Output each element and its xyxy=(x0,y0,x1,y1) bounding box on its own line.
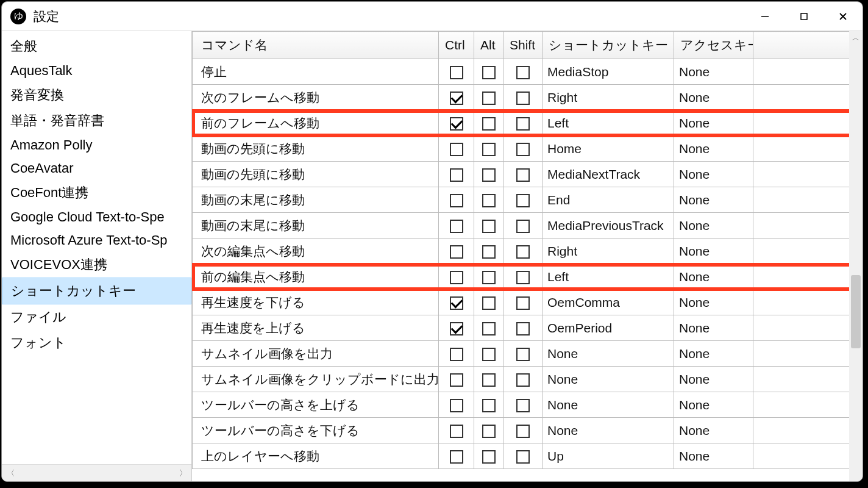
cell-command[interactable]: 前の編集点へ移動 xyxy=(193,264,439,290)
cell-shortcut[interactable]: None xyxy=(542,341,674,367)
cell-shift[interactable] xyxy=(503,59,542,85)
col-header-shortcut[interactable]: ショートカットキー xyxy=(542,32,674,59)
table-row[interactable]: 再生速度を上げるOemPeriodNone xyxy=(193,315,863,341)
cell-ctrl[interactable] xyxy=(439,367,474,392)
cell-shortcut[interactable]: None xyxy=(542,392,674,418)
cell-shortcut[interactable]: MediaStop xyxy=(542,59,674,85)
col-header-ctrl[interactable]: Ctrl xyxy=(439,32,474,59)
cell-command[interactable]: 停止 xyxy=(193,59,439,85)
alt-checkbox[interactable] xyxy=(482,399,496,412)
maximize-button[interactable] xyxy=(784,2,824,31)
alt-checkbox[interactable] xyxy=(482,322,496,336)
ctrl-checkbox[interactable] xyxy=(450,194,463,207)
cell-alt[interactable] xyxy=(474,213,503,239)
shift-checkbox[interactable] xyxy=(516,168,530,182)
sidebar-item[interactable]: AquesTalk xyxy=(2,59,191,82)
cell-ctrl[interactable] xyxy=(439,162,474,187)
cell-access[interactable]: None xyxy=(674,290,753,315)
table-row[interactable]: サムネイル画像をクリップボードに出力NoneNone xyxy=(193,367,863,392)
shift-checkbox[interactable] xyxy=(516,220,530,233)
sidebar-item[interactable]: 全般 xyxy=(2,34,191,59)
col-header-command[interactable]: コマンド名 xyxy=(193,32,439,59)
cell-ctrl[interactable] xyxy=(439,443,474,469)
cell-shift[interactable] xyxy=(503,418,542,443)
cell-ctrl[interactable] xyxy=(439,187,474,213)
vertical-scrollbar[interactable]: ︿ xyxy=(849,31,863,481)
cell-shortcut[interactable]: Right xyxy=(542,239,674,264)
cell-shift[interactable] xyxy=(503,367,542,392)
col-header-access[interactable]: アクセスキー xyxy=(674,32,753,59)
cell-command[interactable]: 動画の先頭に移動 xyxy=(193,136,439,162)
cell-alt[interactable] xyxy=(474,315,503,341)
cell-ctrl[interactable] xyxy=(439,315,474,341)
sidebar-item[interactable]: Microsoft Azure Text-to-Sp xyxy=(2,229,191,252)
cell-ctrl[interactable] xyxy=(439,290,474,315)
cell-command[interactable]: 前のフレームへ移動 xyxy=(193,110,439,136)
cell-ctrl[interactable] xyxy=(439,418,474,443)
alt-checkbox[interactable] xyxy=(482,220,496,233)
alt-checkbox[interactable] xyxy=(482,143,496,156)
cell-command[interactable]: サムネイル画像をクリップボードに出力 xyxy=(193,367,439,392)
sidebar-item[interactable]: Amazon Polly xyxy=(2,134,191,157)
cell-access[interactable]: None xyxy=(674,367,753,392)
cell-alt[interactable] xyxy=(474,341,503,367)
alt-checkbox[interactable] xyxy=(482,271,496,284)
table-row[interactable]: 動画の先頭に移動HomeNone xyxy=(193,136,863,162)
cell-shortcut[interactable]: MediaNextTrack xyxy=(542,162,674,187)
sidebar-item[interactable]: ファイル xyxy=(2,304,191,330)
cell-command[interactable]: 動画の末尾に移動 xyxy=(193,213,439,239)
cell-access[interactable]: None xyxy=(674,341,753,367)
alt-checkbox[interactable] xyxy=(482,66,496,79)
table-row[interactable]: 動画の末尾に移動MediaPreviousTrackNone xyxy=(193,213,863,239)
ctrl-checkbox[interactable] xyxy=(450,296,463,310)
ctrl-checkbox[interactable] xyxy=(450,425,463,438)
cell-shift[interactable] xyxy=(503,136,542,162)
cell-shortcut[interactable]: Home xyxy=(542,136,674,162)
cell-ctrl[interactable] xyxy=(439,341,474,367)
cell-shift[interactable] xyxy=(503,443,542,469)
sidebar-item[interactable]: ショートカットキー xyxy=(2,278,191,304)
ctrl-checkbox[interactable] xyxy=(450,450,463,464)
cell-alt[interactable] xyxy=(474,443,503,469)
table-row[interactable]: 停止MediaStopNone xyxy=(193,59,863,85)
col-header-shift[interactable]: Shift xyxy=(503,32,542,59)
shift-checkbox[interactable] xyxy=(516,245,530,259)
sidebar-item[interactable]: CoeFont連携 xyxy=(2,180,191,206)
cell-command[interactable]: 動画の先頭に移動 xyxy=(193,162,439,187)
shift-checkbox[interactable] xyxy=(516,143,530,156)
table-row[interactable]: サムネイル画像を出力NoneNone xyxy=(193,341,863,367)
cell-access[interactable]: None xyxy=(674,213,753,239)
sidebar-item[interactable]: フォント xyxy=(2,330,191,356)
cell-shortcut[interactable]: Right xyxy=(542,85,674,110)
sidebar-item[interactable]: VOICEVOX連携 xyxy=(2,252,191,278)
shift-checkbox[interactable] xyxy=(516,117,530,131)
table-row[interactable]: 動画の末尾に移動EndNone xyxy=(193,187,863,213)
cell-shift[interactable] xyxy=(503,290,542,315)
cell-shortcut[interactable]: MediaPreviousTrack xyxy=(542,213,674,239)
cell-ctrl[interactable] xyxy=(439,136,474,162)
cell-ctrl[interactable] xyxy=(439,264,474,290)
cell-access[interactable]: None xyxy=(674,162,753,187)
ctrl-checkbox[interactable] xyxy=(450,168,463,182)
shift-checkbox[interactable] xyxy=(516,271,530,284)
cell-access[interactable]: None xyxy=(674,85,753,110)
cell-shortcut[interactable]: Left xyxy=(542,110,674,136)
cell-alt[interactable] xyxy=(474,110,503,136)
cell-alt[interactable] xyxy=(474,392,503,418)
close-button[interactable] xyxy=(824,2,863,31)
shift-checkbox[interactable] xyxy=(516,296,530,310)
alt-checkbox[interactable] xyxy=(482,425,496,438)
ctrl-checkbox[interactable] xyxy=(450,143,463,156)
scrollbar-thumb[interactable] xyxy=(851,275,861,348)
shift-checkbox[interactable] xyxy=(516,373,530,387)
alt-checkbox[interactable] xyxy=(482,373,496,387)
scroll-up-icon[interactable]: ︿ xyxy=(849,31,863,45)
cell-shortcut[interactable]: Left xyxy=(542,264,674,290)
col-header-alt[interactable]: Alt xyxy=(474,32,503,59)
cell-access[interactable]: None xyxy=(674,136,753,162)
cell-alt[interactable] xyxy=(474,85,503,110)
cell-access[interactable]: None xyxy=(674,392,753,418)
alt-checkbox[interactable] xyxy=(482,348,496,361)
cell-alt[interactable] xyxy=(474,418,503,443)
cell-shift[interactable] xyxy=(503,392,542,418)
